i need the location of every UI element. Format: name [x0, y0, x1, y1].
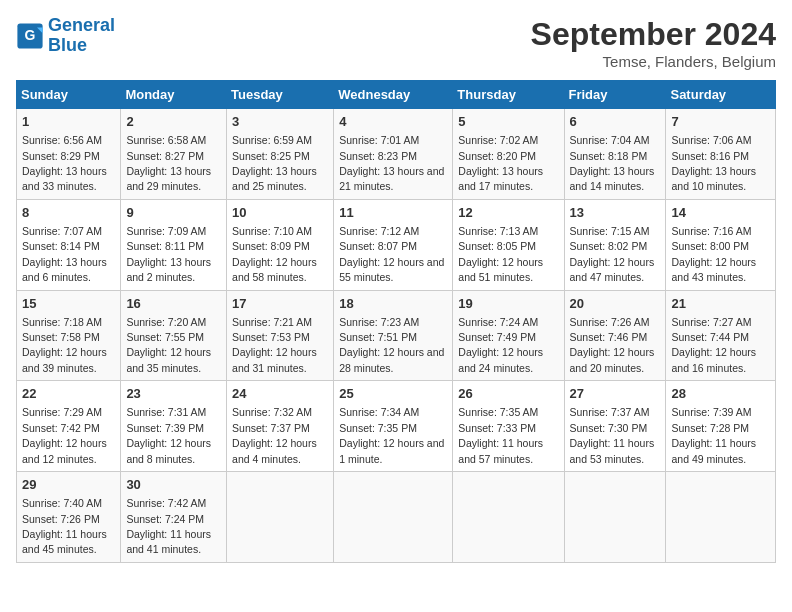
- empty-day: [453, 472, 564, 563]
- logo-icon: G: [16, 22, 44, 50]
- day-info: Sunrise: 7:40 AMSunset: 7:26 PMDaylight:…: [22, 497, 107, 555]
- day-info: Sunrise: 7:42 AMSunset: 7:24 PMDaylight:…: [126, 497, 211, 555]
- header-sunday: Sunday: [17, 81, 121, 109]
- calendar-week-row: 29Sunrise: 7:40 AMSunset: 7:26 PMDayligh…: [17, 472, 776, 563]
- header-wednesday: Wednesday: [334, 81, 453, 109]
- calendar-day: 21Sunrise: 7:27 AMSunset: 7:44 PMDayligh…: [666, 290, 776, 381]
- empty-day: [227, 472, 334, 563]
- day-number: 10: [232, 204, 328, 222]
- day-number: 6: [570, 113, 661, 131]
- header-thursday: Thursday: [453, 81, 564, 109]
- calendar-day: 2Sunrise: 6:58 AMSunset: 8:27 PMDaylight…: [121, 109, 227, 200]
- day-info: Sunrise: 7:07 AMSunset: 8:14 PMDaylight:…: [22, 225, 107, 283]
- calendar-week-row: 8Sunrise: 7:07 AMSunset: 8:14 PMDaylight…: [17, 199, 776, 290]
- calendar-week-row: 22Sunrise: 7:29 AMSunset: 7:42 PMDayligh…: [17, 381, 776, 472]
- day-number: 3: [232, 113, 328, 131]
- day-info: Sunrise: 7:31 AMSunset: 7:39 PMDaylight:…: [126, 406, 211, 464]
- day-number: 24: [232, 385, 328, 403]
- day-number: 15: [22, 295, 115, 313]
- day-info: Sunrise: 7:29 AMSunset: 7:42 PMDaylight:…: [22, 406, 107, 464]
- calendar-day: 16Sunrise: 7:20 AMSunset: 7:55 PMDayligh…: [121, 290, 227, 381]
- day-info: Sunrise: 7:20 AMSunset: 7:55 PMDaylight:…: [126, 316, 211, 374]
- day-info: Sunrise: 7:09 AMSunset: 8:11 PMDaylight:…: [126, 225, 211, 283]
- logo-line1: General: [48, 15, 115, 35]
- calendar-week-row: 1Sunrise: 6:56 AMSunset: 8:29 PMDaylight…: [17, 109, 776, 200]
- title-block: September 2024 Temse, Flanders, Belgium: [531, 16, 776, 70]
- calendar-day: 29Sunrise: 7:40 AMSunset: 7:26 PMDayligh…: [17, 472, 121, 563]
- calendar-day: 3Sunrise: 6:59 AMSunset: 8:25 PMDaylight…: [227, 109, 334, 200]
- day-number: 16: [126, 295, 221, 313]
- logo-text: General Blue: [48, 16, 115, 56]
- day-info: Sunrise: 7:16 AMSunset: 8:00 PMDaylight:…: [671, 225, 756, 283]
- day-info: Sunrise: 7:24 AMSunset: 7:49 PMDaylight:…: [458, 316, 543, 374]
- day-number: 9: [126, 204, 221, 222]
- day-info: Sunrise: 7:10 AMSunset: 8:09 PMDaylight:…: [232, 225, 317, 283]
- day-number: 25: [339, 385, 447, 403]
- day-info: Sunrise: 6:56 AMSunset: 8:29 PMDaylight:…: [22, 134, 107, 192]
- day-info: Sunrise: 7:39 AMSunset: 7:28 PMDaylight:…: [671, 406, 756, 464]
- sub-title: Temse, Flanders, Belgium: [531, 53, 776, 70]
- day-number: 20: [570, 295, 661, 313]
- day-number: 13: [570, 204, 661, 222]
- calendar-day: 17Sunrise: 7:21 AMSunset: 7:53 PMDayligh…: [227, 290, 334, 381]
- header-tuesday: Tuesday: [227, 81, 334, 109]
- day-number: 18: [339, 295, 447, 313]
- calendar-day: 8Sunrise: 7:07 AMSunset: 8:14 PMDaylight…: [17, 199, 121, 290]
- day-number: 30: [126, 476, 221, 494]
- empty-day: [334, 472, 453, 563]
- calendar-day: 13Sunrise: 7:15 AMSunset: 8:02 PMDayligh…: [564, 199, 666, 290]
- calendar-day: 19Sunrise: 7:24 AMSunset: 7:49 PMDayligh…: [453, 290, 564, 381]
- day-info: Sunrise: 7:01 AMSunset: 8:23 PMDaylight:…: [339, 134, 444, 192]
- day-number: 28: [671, 385, 770, 403]
- day-number: 23: [126, 385, 221, 403]
- day-info: Sunrise: 7:27 AMSunset: 7:44 PMDaylight:…: [671, 316, 756, 374]
- calendar-day: 5Sunrise: 7:02 AMSunset: 8:20 PMDaylight…: [453, 109, 564, 200]
- day-info: Sunrise: 7:37 AMSunset: 7:30 PMDaylight:…: [570, 406, 655, 464]
- calendar-day: 11Sunrise: 7:12 AMSunset: 8:07 PMDayligh…: [334, 199, 453, 290]
- day-info: Sunrise: 6:59 AMSunset: 8:25 PMDaylight:…: [232, 134, 317, 192]
- day-number: 26: [458, 385, 558, 403]
- calendar-day: 1Sunrise: 6:56 AMSunset: 8:29 PMDaylight…: [17, 109, 121, 200]
- day-info: Sunrise: 7:23 AMSunset: 7:51 PMDaylight:…: [339, 316, 444, 374]
- calendar-table: SundayMondayTuesdayWednesdayThursdayFrid…: [16, 80, 776, 563]
- empty-day: [666, 472, 776, 563]
- calendar-day: 4Sunrise: 7:01 AMSunset: 8:23 PMDaylight…: [334, 109, 453, 200]
- day-number: 12: [458, 204, 558, 222]
- day-info: Sunrise: 7:02 AMSunset: 8:20 PMDaylight:…: [458, 134, 543, 192]
- main-title: September 2024: [531, 16, 776, 53]
- calendar-day: 9Sunrise: 7:09 AMSunset: 8:11 PMDaylight…: [121, 199, 227, 290]
- day-number: 14: [671, 204, 770, 222]
- logo: G General Blue: [16, 16, 115, 56]
- day-number: 27: [570, 385, 661, 403]
- day-number: 7: [671, 113, 770, 131]
- day-number: 21: [671, 295, 770, 313]
- day-number: 1: [22, 113, 115, 131]
- calendar-day: 28Sunrise: 7:39 AMSunset: 7:28 PMDayligh…: [666, 381, 776, 472]
- day-info: Sunrise: 7:04 AMSunset: 8:18 PMDaylight:…: [570, 134, 655, 192]
- header-friday: Friday: [564, 81, 666, 109]
- day-info: Sunrise: 7:32 AMSunset: 7:37 PMDaylight:…: [232, 406, 317, 464]
- day-info: Sunrise: 7:06 AMSunset: 8:16 PMDaylight:…: [671, 134, 756, 192]
- calendar-day: 24Sunrise: 7:32 AMSunset: 7:37 PMDayligh…: [227, 381, 334, 472]
- day-number: 11: [339, 204, 447, 222]
- day-info: Sunrise: 7:15 AMSunset: 8:02 PMDaylight:…: [570, 225, 655, 283]
- calendar-day: 18Sunrise: 7:23 AMSunset: 7:51 PMDayligh…: [334, 290, 453, 381]
- day-info: Sunrise: 7:21 AMSunset: 7:53 PMDaylight:…: [232, 316, 317, 374]
- day-number: 19: [458, 295, 558, 313]
- day-info: Sunrise: 7:34 AMSunset: 7:35 PMDaylight:…: [339, 406, 444, 464]
- day-number: 5: [458, 113, 558, 131]
- calendar-day: 7Sunrise: 7:06 AMSunset: 8:16 PMDaylight…: [666, 109, 776, 200]
- calendar-week-row: 15Sunrise: 7:18 AMSunset: 7:58 PMDayligh…: [17, 290, 776, 381]
- day-info: Sunrise: 7:13 AMSunset: 8:05 PMDaylight:…: [458, 225, 543, 283]
- day-number: 2: [126, 113, 221, 131]
- header-monday: Monday: [121, 81, 227, 109]
- calendar-day: 23Sunrise: 7:31 AMSunset: 7:39 PMDayligh…: [121, 381, 227, 472]
- logo-line2: Blue: [48, 35, 87, 55]
- calendar-day: 27Sunrise: 7:37 AMSunset: 7:30 PMDayligh…: [564, 381, 666, 472]
- calendar-day: 22Sunrise: 7:29 AMSunset: 7:42 PMDayligh…: [17, 381, 121, 472]
- day-info: Sunrise: 7:26 AMSunset: 7:46 PMDaylight:…: [570, 316, 655, 374]
- day-info: Sunrise: 7:35 AMSunset: 7:33 PMDaylight:…: [458, 406, 543, 464]
- header-saturday: Saturday: [666, 81, 776, 109]
- day-number: 4: [339, 113, 447, 131]
- day-info: Sunrise: 7:18 AMSunset: 7:58 PMDaylight:…: [22, 316, 107, 374]
